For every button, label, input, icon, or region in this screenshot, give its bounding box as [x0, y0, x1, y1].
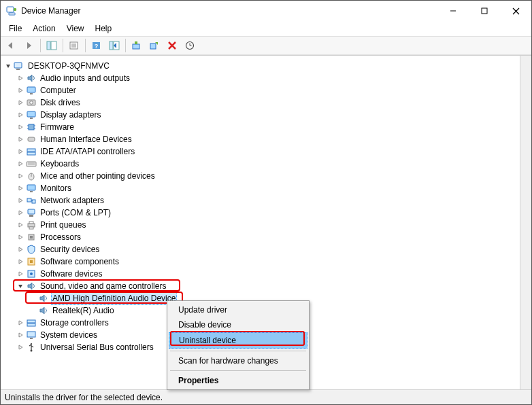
tree-item[interactable]: Disk drives: [2, 96, 518, 109]
expand-icon[interactable]: [16, 270, 25, 277]
tree-item[interactable]: Software devices: [2, 268, 518, 280]
expand-icon[interactable]: [16, 246, 25, 253]
tree-item[interactable]: Ports (COM & LPT): [2, 207, 518, 219]
update-driver-button[interactable]: [129, 38, 145, 53]
svg-rect-36: [28, 137, 35, 141]
maximize-button[interactable]: [469, 1, 500, 21]
tree-item-label: Ports (COM & LPT): [39, 207, 112, 219]
expand-icon[interactable]: [16, 87, 25, 94]
tree-item[interactable]: Display adapters: [2, 109, 518, 121]
expand-icon[interactable]: [16, 258, 25, 265]
refresh-button[interactable]: [106, 38, 122, 53]
tree-item[interactable]: Security devices: [2, 243, 518, 256]
app-icon: [6, 5, 17, 16]
device-manager-window: Device Manager File Action View Help ? D…: [0, 0, 532, 405]
expand-icon[interactable]: [16, 99, 25, 106]
expand-icon[interactable]: [16, 173, 25, 179]
svg-point-2: [14, 8, 16, 11]
monitor-icon: [26, 183, 37, 194]
expand-icon[interactable]: [16, 332, 25, 338]
disk-icon: [26, 97, 37, 108]
context-menu-item[interactable]: Properties: [169, 373, 307, 388]
scan-hardware-button[interactable]: [182, 38, 198, 53]
tree-item[interactable]: Computer: [2, 84, 518, 96]
close-button[interactable]: [500, 1, 531, 21]
uninstall-device-button[interactable]: [146, 38, 163, 53]
expand-icon[interactable]: [16, 197, 25, 204]
context-menu-separator: [170, 370, 306, 371]
expand-icon[interactable]: [16, 148, 25, 155]
expand-icon[interactable]: [16, 111, 25, 118]
tree-item-label: Print queues: [39, 219, 87, 231]
tree-item[interactable]: Processors: [2, 231, 518, 243]
forward-button[interactable]: [21, 38, 37, 53]
monitor-icon: [26, 109, 37, 120]
collapse-icon[interactable]: [3, 63, 13, 69]
tree-item[interactable]: Firmware: [2, 121, 518, 133]
tree-item[interactable]: Audio inputs and outputs: [2, 72, 518, 84]
tree-item[interactable]: IDE ATA/ATAPI controllers: [2, 145, 518, 158]
expand-icon[interactable]: [16, 209, 25, 216]
context-menu-separator: [170, 351, 306, 351]
tree-item-label: Disk drives: [39, 96, 82, 109]
tree-item[interactable]: Human Interface Devices: [2, 133, 518, 145]
back-button[interactable]: [3, 38, 20, 53]
chip-icon: [26, 122, 37, 133]
network-icon: [26, 195, 37, 206]
expand-icon[interactable]: [16, 160, 25, 167]
tree-item[interactable]: Sound, video and game controllers: [2, 280, 518, 292]
menu-action[interactable]: Action: [29, 22, 59, 35]
collapse-icon[interactable]: [16, 283, 25, 289]
svg-rect-25: [27, 87, 35, 92]
tree-item-label: Mice and other pointing devices: [39, 170, 156, 182]
expand-icon[interactable]: [16, 234, 25, 241]
tree-item-label: Display adapters: [39, 109, 102, 121]
svg-rect-53: [29, 227, 33, 229]
context-menu-item[interactable]: Update driver: [169, 302, 307, 317]
tree-item[interactable]: Mice and other pointing devices: [2, 170, 518, 182]
speaker-icon: [26, 281, 37, 292]
expand-icon[interactable]: [16, 222, 25, 228]
svg-rect-15: [110, 41, 113, 50]
help-button[interactable]: ?: [88, 38, 105, 53]
show-hide-tree-button[interactable]: [44, 38, 60, 53]
tree-item[interactable]: Software components: [2, 256, 518, 268]
context-menu-item[interactable]: Uninstall device: [169, 332, 307, 349]
delete-button[interactable]: [164, 38, 180, 53]
tree-item-label: IDE ATA/ATAPI controllers: [39, 145, 136, 158]
expand-icon[interactable]: [16, 344, 25, 351]
menu-view[interactable]: View: [63, 22, 88, 35]
svg-rect-45: [30, 191, 33, 192]
expand-icon[interactable]: [16, 319, 25, 326]
tree-item-label: Keyboards: [39, 158, 80, 170]
svg-rect-0: [7, 7, 14, 12]
context-menu: Update driverDisable deviceUninstall dev…: [167, 300, 310, 390]
storage-controller-icon: [26, 317, 37, 328]
properties-button[interactable]: [66, 38, 82, 53]
keyboard-icon: [26, 158, 37, 169]
svg-rect-62: [27, 332, 35, 337]
mouse-icon: [26, 171, 37, 181]
speaker-icon: [38, 305, 49, 316]
expand-icon[interactable]: [16, 136, 25, 143]
tree-item[interactable]: DESKTOP-3QFNMVC: [2, 60, 518, 72]
tree-item[interactable]: Print queues: [2, 219, 518, 231]
svg-rect-44: [27, 185, 35, 190]
statusbar: Uninstalls the driver for the selected d…: [1, 389, 531, 404]
vertical-scrollbar[interactable]: [520, 56, 531, 389]
expand-icon[interactable]: [16, 75, 25, 82]
svg-rect-49: [28, 209, 35, 214]
tree-item[interactable]: Monitors: [2, 182, 518, 194]
context-menu-item[interactable]: Scan for hardware changes: [169, 353, 307, 368]
svg-point-59: [30, 272, 33, 275]
context-menu-item[interactable]: Disable device: [169, 317, 307, 332]
svg-rect-37: [27, 149, 35, 152]
menu-help[interactable]: Help: [91, 22, 116, 35]
tree-item[interactable]: Keyboards: [2, 158, 518, 170]
menu-file[interactable]: File: [5, 22, 26, 35]
expand-icon[interactable]: [16, 185, 25, 192]
expand-icon[interactable]: [16, 124, 25, 130]
minimize-button[interactable]: [437, 1, 469, 21]
statusbar-text: Uninstalls the driver for the selected d…: [5, 393, 163, 402]
tree-item[interactable]: Network adapters: [2, 194, 518, 207]
